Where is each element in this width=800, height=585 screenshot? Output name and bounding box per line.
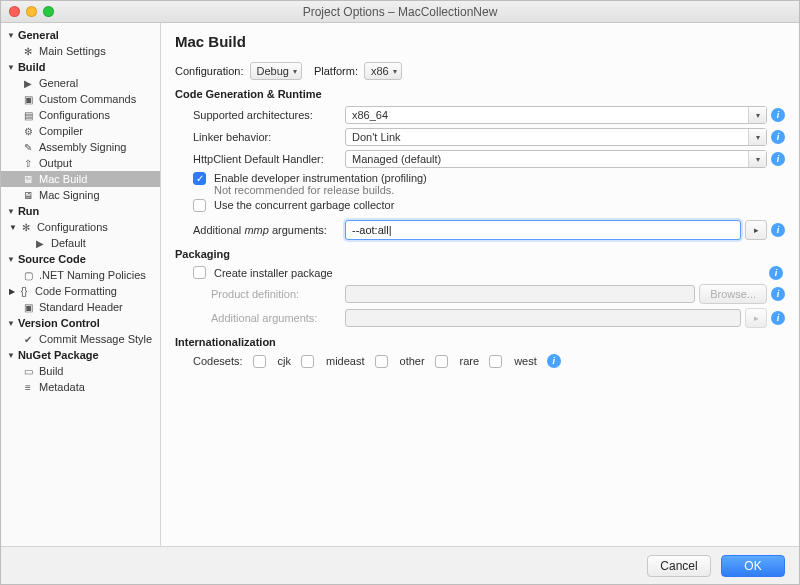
info-icon[interactable]: i xyxy=(771,287,785,301)
page-title: Mac Build xyxy=(175,33,785,50)
info-icon[interactable]: i xyxy=(547,354,561,368)
chevron-updown-icon: ▾ xyxy=(748,107,766,123)
mmp-label: Additional mmp arguments: xyxy=(175,224,345,236)
arch-label: Supported architectures: xyxy=(175,109,345,121)
sidebar-item-label: Output xyxy=(39,157,72,169)
play-icon: ▶ xyxy=(33,238,47,249)
gc-checkbox-row[interactable]: Use the concurrent garbage collector xyxy=(175,199,785,212)
http-combo[interactable]: Managed (default) ▾ xyxy=(345,150,767,168)
chevron-down-icon: ▼ xyxy=(7,207,15,216)
sidebar-cat-source-code[interactable]: ▼Source Code xyxy=(1,251,160,267)
codeset-mideast[interactable]: mideast xyxy=(301,355,365,368)
gear-icon: ✻ xyxy=(19,222,33,233)
monitor-icon: 🖥 xyxy=(21,190,35,201)
profiling-checkbox[interactable]: ✓ xyxy=(193,172,206,185)
codeset-cjk[interactable]: cjk xyxy=(253,355,291,368)
info-icon[interactable]: i xyxy=(771,108,785,122)
configuration-value: Debug xyxy=(257,65,289,77)
sidebar-item-default[interactable]: ▶Default xyxy=(1,235,160,251)
sidebar-item-main-settings[interactable]: ✻Main Settings xyxy=(1,43,160,59)
chevron-down-icon: ▼ xyxy=(7,31,15,40)
sidebar-item-label: Assembly Signing xyxy=(39,141,126,153)
play-icon: ▶ xyxy=(21,78,35,89)
mmp-input[interactable]: --aot:all| xyxy=(345,220,741,240)
configuration-dropdown[interactable]: Debug ▾ xyxy=(250,62,302,80)
configuration-label: Configuration: xyxy=(175,65,244,77)
codeset-label: mideast xyxy=(326,355,365,367)
sidebar-cat-general[interactable]: ▼General xyxy=(1,27,160,43)
sidebar-item-label: Main Settings xyxy=(39,45,106,57)
sidebar-item-label: Default xyxy=(51,237,86,249)
sidebar-cat-label: Run xyxy=(18,205,39,217)
linker-combo[interactable]: Don't Link ▾ xyxy=(345,128,767,146)
http-label: HttpClient Default Handler: xyxy=(175,153,345,165)
chevron-down-icon: ▼ xyxy=(7,255,15,264)
section-codegen: Code Generation & Runtime xyxy=(175,88,785,100)
sidebar-item-compiler[interactable]: ⚙Compiler xyxy=(1,123,160,139)
mmp-expand-button[interactable]: ▸ xyxy=(745,220,767,240)
window-title: Project Options – MacCollectionNew xyxy=(1,5,799,19)
sidebar-item-label: Configurations xyxy=(39,109,110,121)
codeset-label: cjk xyxy=(278,355,291,367)
sidebar-item-label: Build xyxy=(39,365,63,377)
sidebar-item-mac-signing[interactable]: 🖥Mac Signing xyxy=(1,187,160,203)
codeset-label: other xyxy=(400,355,425,367)
sidebar-cat-label: Build xyxy=(18,61,46,73)
check-icon: ✔ xyxy=(21,334,35,345)
sidebar-item-general[interactable]: ▶General xyxy=(1,75,160,91)
sidebar-cat-label: NuGet Package xyxy=(18,349,99,361)
sidebar-item-configurations[interactable]: ▤Configurations xyxy=(1,107,160,123)
sidebar-cat-label: Version Control xyxy=(18,317,100,329)
codeset-label: rare xyxy=(460,355,480,367)
installer-checkbox[interactable] xyxy=(193,266,206,279)
arch-combo[interactable]: x86_64 ▾ xyxy=(345,106,767,124)
sidebar-item-label: Mac Signing xyxy=(39,189,100,201)
chevron-down-icon: ▼ xyxy=(7,63,15,72)
sidebar-item-naming-policies[interactable]: ▢.NET Naming Policies xyxy=(1,267,160,283)
http-value: Managed (default) xyxy=(352,153,748,165)
sidebar-item-run-configurations[interactable]: ▼✻Configurations xyxy=(1,219,160,235)
info-icon[interactable]: i xyxy=(769,266,783,280)
sidebar-item-output[interactable]: ⇧Output xyxy=(1,155,160,171)
chevron-down-icon: ▼ xyxy=(7,351,15,360)
codeset-rare[interactable]: rare xyxy=(435,355,480,368)
sidebar-item-nuget-build[interactable]: ▭Build xyxy=(1,363,160,379)
gc-checkbox[interactable] xyxy=(193,199,206,212)
output-icon: ⇧ xyxy=(21,158,35,169)
info-icon[interactable]: i xyxy=(771,311,785,325)
sidebar-item-custom-commands[interactable]: ▣Custom Commands xyxy=(1,91,160,107)
section-i18n: Internationalization xyxy=(175,336,785,348)
sidebar-item-commit-style[interactable]: ✔Commit Message Style xyxy=(1,331,160,347)
info-icon[interactable]: i xyxy=(771,223,785,237)
sidebar-item-nuget-metadata[interactable]: ≡Metadata xyxy=(1,379,160,395)
codeset-west[interactable]: west xyxy=(489,355,537,368)
sidebar-item-standard-header[interactable]: ▣Standard Header xyxy=(1,299,160,315)
installer-checkbox-row[interactable]: Create installer package i xyxy=(175,266,785,280)
sidebar-item-code-formatting[interactable]: ▶{}Code Formatting xyxy=(1,283,160,299)
header-icon: ▣ xyxy=(21,302,35,313)
info-icon[interactable]: i xyxy=(771,130,785,144)
platform-label: Platform: xyxy=(314,65,358,77)
cancel-button[interactable]: Cancel xyxy=(647,555,711,577)
sidebar-item-assembly-signing[interactable]: ✎Assembly Signing xyxy=(1,139,160,155)
proddef-label: Product definition: xyxy=(175,288,345,300)
compiler-icon: ⚙ xyxy=(21,126,35,137)
platform-dropdown[interactable]: x86 ▾ xyxy=(364,62,402,80)
sidebar-item-mac-build[interactable]: 🖥Mac Build xyxy=(1,171,160,187)
chevron-updown-icon: ▾ xyxy=(293,67,297,76)
browse-button: Browse... xyxy=(699,284,767,304)
monitor-icon: 🖥 xyxy=(21,174,35,185)
codeset-other[interactable]: other xyxy=(375,355,425,368)
sidebar-cat-version-control[interactable]: ▼Version Control xyxy=(1,315,160,331)
sidebar-cat-nuget[interactable]: ▼NuGet Package xyxy=(1,347,160,363)
section-packaging: Packaging xyxy=(175,248,785,260)
metadata-icon: ≡ xyxy=(21,382,35,393)
sidebar-cat-build[interactable]: ▼Build xyxy=(1,59,160,75)
profiling-checkbox-row[interactable]: ✓ Enable developer instrumentation (prof… xyxy=(175,172,785,196)
sidebar-cat-run[interactable]: ▼Run xyxy=(1,203,160,219)
gc-label: Use the concurrent garbage collector xyxy=(214,199,394,211)
info-icon[interactable]: i xyxy=(771,152,785,166)
ok-button[interactable]: OK xyxy=(721,555,785,577)
commands-icon: ▣ xyxy=(21,94,35,105)
sidebar-item-label: Custom Commands xyxy=(39,93,136,105)
